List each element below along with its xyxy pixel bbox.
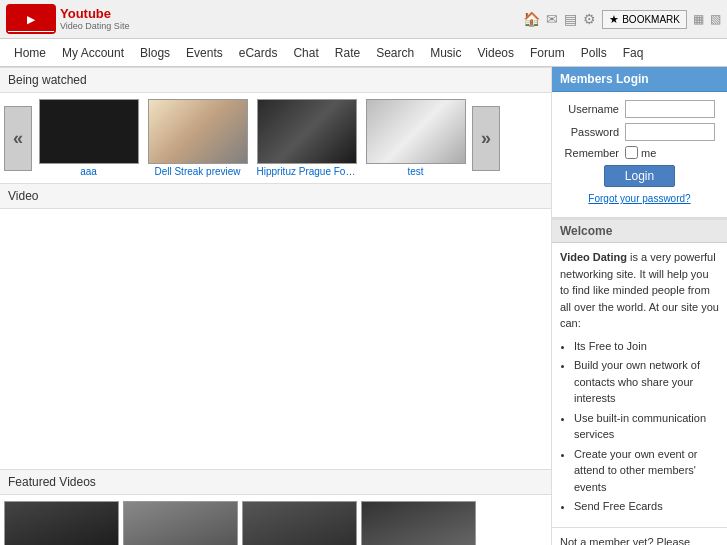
welcome-item-5: Send Free Ecards: [574, 498, 719, 515]
password-row: Password: [560, 123, 719, 141]
thumb-image-1[interactable]: [39, 99, 139, 164]
next-arrow-button[interactable]: »: [472, 106, 500, 171]
members-login-title: Members Login: [560, 72, 649, 86]
bookmark-label: BOOKMARK: [622, 14, 680, 25]
nav-item-music[interactable]: Music: [422, 39, 469, 67]
settings-icon[interactable]: ⚙: [583, 11, 596, 27]
welcome-content: Video Dating is a very powerful networki…: [552, 243, 727, 528]
video-content: [0, 209, 551, 469]
remember-row: Remember me: [560, 146, 719, 159]
username-input[interactable]: [625, 100, 715, 118]
extra-icon-2: ▧: [710, 12, 721, 26]
top-icons: 🏠 ✉ ▤ ⚙ ★ BOOKMARK ▦ ▧: [523, 10, 721, 29]
prev-arrow-button[interactable]: «: [4, 106, 32, 171]
welcome-header: Welcome: [552, 218, 727, 243]
thumb-image-4[interactable]: [366, 99, 466, 164]
welcome-list: Its Free to Join Build your own network …: [574, 338, 719, 515]
thumb-image-2[interactable]: [148, 99, 248, 164]
remember-label: Remember: [560, 147, 625, 159]
nav-item-faq[interactable]: Faq: [615, 39, 652, 67]
nav-item-chat[interactable]: Chat: [285, 39, 326, 67]
remember-me-text: me: [641, 147, 656, 159]
thumb-label-3: Hipprituz Prague Food Festivalu: [257, 166, 357, 177]
featured-videos-header: Featured Videos: [0, 469, 551, 495]
video-thumb-3: Hipprituz Prague Food Festivalu: [254, 99, 359, 177]
nav-item-rate[interactable]: Rate: [327, 39, 368, 67]
video-thumb-2: Dell Streak preview: [145, 99, 250, 177]
username-label: Username: [560, 103, 625, 115]
nav-bar: Home My Account Blogs Events eCards Chat…: [0, 39, 727, 67]
logo-title: Youtube: [60, 6, 129, 22]
video-section-header: Video: [0, 183, 551, 209]
remember-checkbox[interactable]: [625, 146, 638, 159]
welcome-item-3: Use built-in communication services: [574, 410, 719, 443]
being-watched-header: Being watched: [0, 67, 551, 93]
forgot-password-link[interactable]: Forgot your password?: [560, 193, 719, 209]
featured-thumb-4[interactable]: [361, 501, 476, 545]
featured-thumb-3[interactable]: [242, 501, 357, 545]
nav-item-search[interactable]: Search: [368, 39, 422, 67]
login-form: Username Password Remember me Login Forg…: [552, 92, 727, 218]
logo-icon: ▶: [6, 4, 56, 34]
featured-videos-section: [0, 495, 551, 545]
join-text-before: Not a member yet? Please: [560, 536, 690, 546]
nav-item-videos[interactable]: Videos: [470, 39, 522, 67]
top-bar: ▶ Youtube Video Dating Site 🏠 ✉ ▤ ⚙ ★ BO…: [0, 0, 727, 39]
being-watched-section: « aaa Dell Streak preview Hipprituz Prag…: [0, 93, 551, 183]
sidebar: Members Login Username Password Remember…: [552, 67, 727, 545]
nav-item-forum[interactable]: Forum: [522, 39, 573, 67]
login-button-label: Login: [625, 169, 654, 183]
thumb-label-2: Dell Streak preview: [154, 166, 240, 177]
password-label: Password: [560, 126, 625, 138]
being-watched-title: Being watched: [8, 73, 87, 87]
username-row: Username: [560, 100, 719, 118]
welcome-item-2: Build your own network of contacts who s…: [574, 357, 719, 407]
password-input[interactable]: [625, 123, 715, 141]
featured-thumb-2[interactable]: [123, 501, 238, 545]
rss-icon[interactable]: ▤: [564, 11, 577, 27]
join-row: Not a member yet? Please Join to start n…: [552, 528, 727, 546]
featured-thumb-1[interactable]: [4, 501, 119, 545]
login-button[interactable]: Login: [604, 165, 675, 187]
logo-subtitle: Video Dating Site: [60, 21, 129, 32]
email-icon[interactable]: ✉: [546, 11, 558, 27]
thumb-label-4: test: [407, 166, 423, 177]
logo-area: ▶ Youtube Video Dating Site: [6, 4, 129, 34]
extra-icon-1: ▦: [693, 12, 704, 26]
logo-text-block: Youtube Video Dating Site: [60, 6, 129, 32]
content-area: Being watched « aaa Dell Streak preview …: [0, 67, 552, 545]
nav-item-polls[interactable]: Polls: [573, 39, 615, 67]
video-section-title: Video: [8, 189, 38, 203]
main-layout: Being watched « aaa Dell Streak preview …: [0, 67, 727, 545]
featured-videos-title: Featured Videos: [8, 475, 96, 489]
welcome-item-1: Its Free to Join: [574, 338, 719, 355]
thumb-image-3[interactable]: [257, 99, 357, 164]
bookmark-button[interactable]: ★ BOOKMARK: [602, 10, 687, 29]
home-icon[interactable]: 🏠: [523, 11, 540, 27]
nav-item-ecards[interactable]: eCards: [231, 39, 286, 67]
nav-item-blogs[interactable]: Blogs: [132, 39, 178, 67]
welcome-item-4: Create your own event or attend to other…: [574, 446, 719, 496]
welcome-intro-text: Video Dating is a very powerful networki…: [560, 249, 719, 332]
nav-item-my-account[interactable]: My Account: [54, 39, 132, 67]
nav-item-events[interactable]: Events: [178, 39, 231, 67]
thumb-label-1: aaa: [80, 166, 97, 177]
bookmark-icon: ★: [609, 13, 619, 26]
video-thumb-1: aaa: [36, 99, 141, 177]
video-thumb-4: test: [363, 99, 468, 177]
forgot-password-text: Forgot your password?: [588, 193, 690, 204]
brand-name: Video Dating: [560, 251, 627, 263]
welcome-title: Welcome: [560, 224, 612, 238]
members-login-header: Members Login: [552, 67, 727, 92]
nav-item-home[interactable]: Home: [6, 39, 54, 67]
